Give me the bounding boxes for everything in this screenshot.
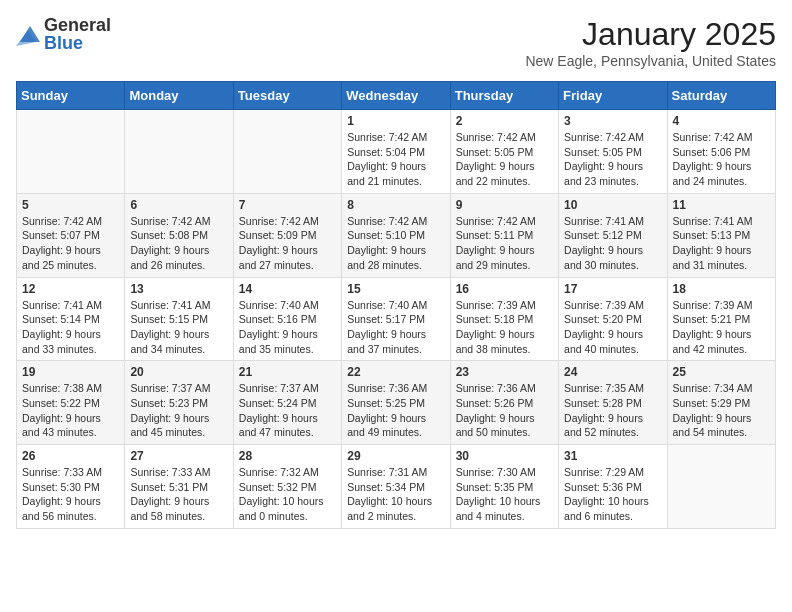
day-info: Sunrise: 7:39 AM Sunset: 5:18 PM Dayligh… (456, 298, 553, 357)
calendar-cell: 12Sunrise: 7:41 AM Sunset: 5:14 PM Dayli… (17, 277, 125, 361)
day-info: Sunrise: 7:29 AM Sunset: 5:36 PM Dayligh… (564, 465, 661, 524)
day-info: Sunrise: 7:42 AM Sunset: 5:06 PM Dayligh… (673, 130, 770, 189)
weekday-header-saturday: Saturday (667, 82, 775, 110)
calendar-cell: 18Sunrise: 7:39 AM Sunset: 5:21 PM Dayli… (667, 277, 775, 361)
day-number: 12 (22, 282, 119, 296)
day-info: Sunrise: 7:41 AM Sunset: 5:12 PM Dayligh… (564, 214, 661, 273)
day-number: 4 (673, 114, 770, 128)
day-info: Sunrise: 7:42 AM Sunset: 5:05 PM Dayligh… (456, 130, 553, 189)
calendar-cell: 16Sunrise: 7:39 AM Sunset: 5:18 PM Dayli… (450, 277, 558, 361)
calendar-cell: 26Sunrise: 7:33 AM Sunset: 5:30 PM Dayli… (17, 445, 125, 529)
day-number: 31 (564, 449, 661, 463)
calendar-cell (17, 110, 125, 194)
day-number: 1 (347, 114, 444, 128)
page-header: General Blue January 2025 New Eagle, Pen… (16, 16, 776, 69)
calendar-cell: 15Sunrise: 7:40 AM Sunset: 5:17 PM Dayli… (342, 277, 450, 361)
day-number: 28 (239, 449, 336, 463)
day-info: Sunrise: 7:41 AM Sunset: 5:14 PM Dayligh… (22, 298, 119, 357)
day-info: Sunrise: 7:42 AM Sunset: 5:10 PM Dayligh… (347, 214, 444, 273)
calendar-cell: 10Sunrise: 7:41 AM Sunset: 5:12 PM Dayli… (559, 193, 667, 277)
calendar-cell: 29Sunrise: 7:31 AM Sunset: 5:34 PM Dayli… (342, 445, 450, 529)
calendar-cell: 23Sunrise: 7:36 AM Sunset: 5:26 PM Dayli… (450, 361, 558, 445)
day-number: 17 (564, 282, 661, 296)
day-info: Sunrise: 7:39 AM Sunset: 5:21 PM Dayligh… (673, 298, 770, 357)
day-number: 15 (347, 282, 444, 296)
day-info: Sunrise: 7:42 AM Sunset: 5:09 PM Dayligh… (239, 214, 336, 273)
day-info: Sunrise: 7:33 AM Sunset: 5:31 PM Dayligh… (130, 465, 227, 524)
location-title: New Eagle, Pennsylvania, United States (525, 53, 776, 69)
day-info: Sunrise: 7:42 AM Sunset: 5:07 PM Dayligh… (22, 214, 119, 273)
calendar-cell: 3Sunrise: 7:42 AM Sunset: 5:05 PM Daylig… (559, 110, 667, 194)
logo-icon (16, 24, 40, 44)
calendar-cell: 30Sunrise: 7:30 AM Sunset: 5:35 PM Dayli… (450, 445, 558, 529)
calendar-cell: 2Sunrise: 7:42 AM Sunset: 5:05 PM Daylig… (450, 110, 558, 194)
title-area: January 2025 New Eagle, Pennsylvania, Un… (525, 16, 776, 69)
logo-text: General Blue (44, 16, 111, 52)
calendar-cell: 11Sunrise: 7:41 AM Sunset: 5:13 PM Dayli… (667, 193, 775, 277)
calendar-cell: 6Sunrise: 7:42 AM Sunset: 5:08 PM Daylig… (125, 193, 233, 277)
day-number: 5 (22, 198, 119, 212)
day-info: Sunrise: 7:32 AM Sunset: 5:32 PM Dayligh… (239, 465, 336, 524)
day-info: Sunrise: 7:39 AM Sunset: 5:20 PM Dayligh… (564, 298, 661, 357)
day-info: Sunrise: 7:35 AM Sunset: 5:28 PM Dayligh… (564, 381, 661, 440)
day-info: Sunrise: 7:37 AM Sunset: 5:24 PM Dayligh… (239, 381, 336, 440)
calendar-week-2: 12Sunrise: 7:41 AM Sunset: 5:14 PM Dayli… (17, 277, 776, 361)
day-info: Sunrise: 7:31 AM Sunset: 5:34 PM Dayligh… (347, 465, 444, 524)
calendar-cell (233, 110, 341, 194)
day-info: Sunrise: 7:42 AM Sunset: 5:08 PM Dayligh… (130, 214, 227, 273)
calendar-cell: 9Sunrise: 7:42 AM Sunset: 5:11 PM Daylig… (450, 193, 558, 277)
day-info: Sunrise: 7:42 AM Sunset: 5:05 PM Dayligh… (564, 130, 661, 189)
calendar-cell: 21Sunrise: 7:37 AM Sunset: 5:24 PM Dayli… (233, 361, 341, 445)
calendar-week-0: 1Sunrise: 7:42 AM Sunset: 5:04 PM Daylig… (17, 110, 776, 194)
calendar-cell: 13Sunrise: 7:41 AM Sunset: 5:15 PM Dayli… (125, 277, 233, 361)
day-info: Sunrise: 7:36 AM Sunset: 5:25 PM Dayligh… (347, 381, 444, 440)
weekday-header-friday: Friday (559, 82, 667, 110)
calendar-cell: 20Sunrise: 7:37 AM Sunset: 5:23 PM Dayli… (125, 361, 233, 445)
day-info: Sunrise: 7:33 AM Sunset: 5:30 PM Dayligh… (22, 465, 119, 524)
day-info: Sunrise: 7:41 AM Sunset: 5:13 PM Dayligh… (673, 214, 770, 273)
calendar-cell: 24Sunrise: 7:35 AM Sunset: 5:28 PM Dayli… (559, 361, 667, 445)
day-number: 16 (456, 282, 553, 296)
calendar-cell: 17Sunrise: 7:39 AM Sunset: 5:20 PM Dayli… (559, 277, 667, 361)
day-number: 13 (130, 282, 227, 296)
day-number: 14 (239, 282, 336, 296)
calendar-cell: 27Sunrise: 7:33 AM Sunset: 5:31 PM Dayli… (125, 445, 233, 529)
day-number: 9 (456, 198, 553, 212)
logo: General Blue (16, 16, 111, 52)
day-info: Sunrise: 7:41 AM Sunset: 5:15 PM Dayligh… (130, 298, 227, 357)
day-number: 8 (347, 198, 444, 212)
weekday-header-thursday: Thursday (450, 82, 558, 110)
weekday-header-monday: Monday (125, 82, 233, 110)
day-info: Sunrise: 7:34 AM Sunset: 5:29 PM Dayligh… (673, 381, 770, 440)
day-number: 25 (673, 365, 770, 379)
calendar-table: SundayMondayTuesdayWednesdayThursdayFrid… (16, 81, 776, 529)
calendar-cell (125, 110, 233, 194)
calendar-cell: 7Sunrise: 7:42 AM Sunset: 5:09 PM Daylig… (233, 193, 341, 277)
day-number: 21 (239, 365, 336, 379)
day-info: Sunrise: 7:40 AM Sunset: 5:16 PM Dayligh… (239, 298, 336, 357)
calendar-cell: 14Sunrise: 7:40 AM Sunset: 5:16 PM Dayli… (233, 277, 341, 361)
day-number: 2 (456, 114, 553, 128)
calendar-cell: 19Sunrise: 7:38 AM Sunset: 5:22 PM Dayli… (17, 361, 125, 445)
calendar-cell: 31Sunrise: 7:29 AM Sunset: 5:36 PM Dayli… (559, 445, 667, 529)
calendar-cell (667, 445, 775, 529)
calendar-cell: 22Sunrise: 7:36 AM Sunset: 5:25 PM Dayli… (342, 361, 450, 445)
day-number: 20 (130, 365, 227, 379)
day-info: Sunrise: 7:40 AM Sunset: 5:17 PM Dayligh… (347, 298, 444, 357)
calendar-cell: 25Sunrise: 7:34 AM Sunset: 5:29 PM Dayli… (667, 361, 775, 445)
day-info: Sunrise: 7:30 AM Sunset: 5:35 PM Dayligh… (456, 465, 553, 524)
day-number: 24 (564, 365, 661, 379)
calendar-cell: 1Sunrise: 7:42 AM Sunset: 5:04 PM Daylig… (342, 110, 450, 194)
day-number: 30 (456, 449, 553, 463)
day-info: Sunrise: 7:37 AM Sunset: 5:23 PM Dayligh… (130, 381, 227, 440)
day-number: 19 (22, 365, 119, 379)
day-number: 10 (564, 198, 661, 212)
weekday-header-wednesday: Wednesday (342, 82, 450, 110)
day-number: 26 (22, 449, 119, 463)
day-info: Sunrise: 7:42 AM Sunset: 5:04 PM Dayligh… (347, 130, 444, 189)
weekday-header-row: SundayMondayTuesdayWednesdayThursdayFrid… (17, 82, 776, 110)
calendar-cell: 5Sunrise: 7:42 AM Sunset: 5:07 PM Daylig… (17, 193, 125, 277)
day-number: 29 (347, 449, 444, 463)
calendar-week-1: 5Sunrise: 7:42 AM Sunset: 5:07 PM Daylig… (17, 193, 776, 277)
month-title: January 2025 (525, 16, 776, 53)
